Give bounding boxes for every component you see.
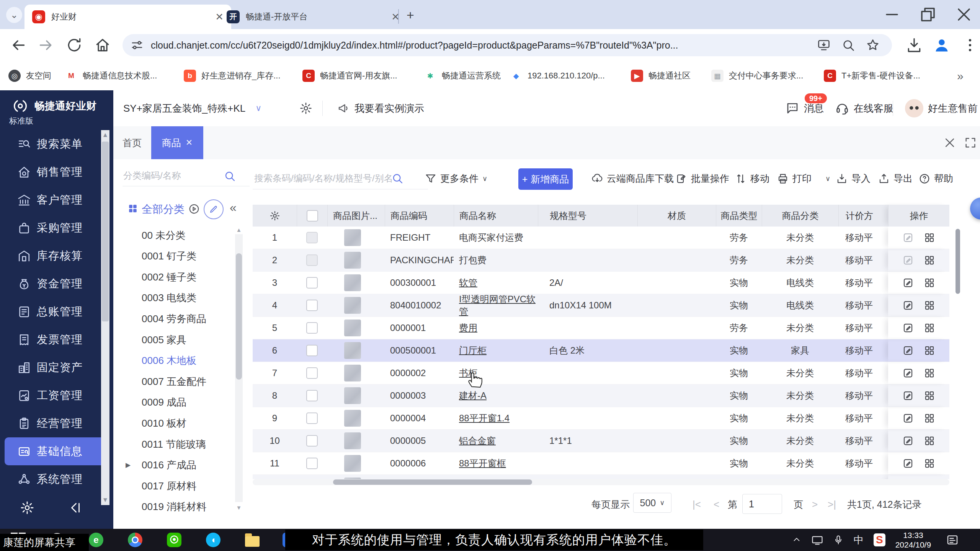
- col-code[interactable]: 商品编码: [385, 205, 454, 227]
- col-image[interactable]: 商品图片...: [327, 205, 385, 227]
- print-button[interactable]: 打印∨: [777, 172, 830, 185]
- table-row-1[interactable]: 1 FREIGHT 电商买家付运费 劳务 未分类 移动平: [253, 227, 949, 249]
- more-filters-button[interactable]: 更多条件∨: [425, 172, 487, 185]
- tray-display-icon[interactable]: [812, 534, 823, 546]
- close-all-tabs-icon[interactable]: [943, 136, 956, 149]
- window-restore-button[interactable]: [919, 5, 937, 24]
- taskbar-clock[interactable]: 13:33 2024/10/9: [895, 530, 931, 549]
- bookmark-item-4[interactable]: ✱ 畅捷通运营系统: [424, 68, 501, 83]
- row-checkbox[interactable]: [306, 254, 318, 266]
- table-vertical-scrollbar[interactable]: [956, 229, 960, 294]
- product-name-link[interactable]: 铝合金窗: [459, 435, 496, 447]
- ime-indicator[interactable]: 中: [854, 533, 864, 547]
- row-checkbox[interactable]: [306, 300, 318, 311]
- category-scroll-up-icon[interactable]: ▲: [235, 227, 243, 233]
- product-name-link[interactable]: 建材-A: [459, 390, 487, 402]
- col-pricing[interactable]: 计价方: [838, 205, 888, 227]
- more-grid-icon[interactable]: [924, 458, 935, 469]
- table-row-8[interactable]: 8 0000003 建材-A 实物 未分类 移动平: [253, 385, 949, 407]
- col-material[interactable]: 材质: [637, 205, 716, 227]
- row-checkbox[interactable]: [306, 232, 318, 243]
- help-button[interactable]: 帮助: [919, 172, 953, 185]
- table-row-10[interactable]: 10 0000005 铝合金窗 1*1*1 实物 未分类 移动平: [253, 430, 949, 452]
- product-name-link[interactable]: 费用: [459, 322, 477, 334]
- online-service-button[interactable]: 在线客服: [835, 90, 893, 126]
- category-item-7[interactable]: 0007 五金配件: [113, 371, 232, 392]
- col-name[interactable]: 商品名称: [454, 205, 538, 227]
- browser-tab-1[interactable]: ◉ 好业财 ✕: [24, 5, 231, 29]
- sidebar-item-10[interactable]: 经营管理: [0, 409, 113, 437]
- forward-icon[interactable]: [38, 37, 54, 54]
- edit-icon[interactable]: [902, 254, 914, 266]
- page-input[interactable]: [742, 494, 782, 514]
- sogou-icon[interactable]: S: [874, 533, 885, 546]
- sidebar-item-1[interactable]: 销售管理: [0, 158, 113, 186]
- sidebar-item-8[interactable]: 固定资产: [0, 354, 113, 381]
- category-item-0[interactable]: 00 未分类: [113, 225, 232, 246]
- expand-caret-icon[interactable]: ▶: [126, 461, 131, 469]
- row-checkbox[interactable]: [306, 322, 318, 334]
- new-tab-button[interactable]: +: [407, 8, 414, 23]
- more-grid-icon[interactable]: [924, 232, 935, 243]
- play-demo-icon[interactable]: [188, 203, 200, 215]
- category-scroll-down-icon[interactable]: ▼: [235, 504, 243, 511]
- tab-home[interactable]: 首页: [122, 126, 142, 159]
- sidebar-scroll-up-icon[interactable]: ▲: [101, 130, 109, 140]
- edit-icon[interactable]: [902, 367, 914, 379]
- product-name-link[interactable]: 软管: [459, 277, 477, 289]
- sidebar-item-3[interactable]: 采购管理: [0, 214, 113, 242]
- bookmarks-overflow-icon[interactable]: »: [957, 70, 964, 83]
- table-row-11[interactable]: 11 0000006 88平开窗框 实物 未分类 移动平: [253, 452, 949, 475]
- category-scrollbar[interactable]: [235, 234, 243, 502]
- profile-icon[interactable]: [933, 37, 950, 54]
- bookmark-item-7[interactable]: ▦ 交付中心事务要求...: [711, 68, 803, 83]
- sidebar-item-4[interactable]: 库存核算: [0, 242, 113, 270]
- bookmark-item-8[interactable]: C T+新零售-硬件设备...: [824, 68, 920, 83]
- chrome-icon[interactable]: [127, 532, 143, 548]
- sidebar-item-6[interactable]: 总账管理: [0, 298, 113, 326]
- more-grid-icon[interactable]: [924, 345, 935, 356]
- category-item-1[interactable]: 0001 钉子类: [113, 246, 232, 267]
- edit-icon[interactable]: [902, 412, 914, 424]
- table-row-3[interactable]: 3 000300001 软管 2A/ 实物 电线类 移动平: [253, 272, 949, 294]
- window-minimize-button[interactable]: [883, 5, 901, 24]
- product-name-link[interactable]: 88平开窗1.4: [459, 412, 510, 424]
- sidebar-item-12[interactable]: 系统管理: [0, 465, 113, 493]
- prev-page-icon[interactable]: <: [714, 493, 719, 516]
- collapse-sidebar-icon[interactable]: [68, 500, 83, 515]
- zoom-icon[interactable]: [841, 38, 855, 52]
- col-category[interactable]: 商品分类: [762, 205, 838, 227]
- sidebar-item-5[interactable]: 资金管理: [0, 270, 113, 298]
- add-product-button[interactable]: +新增商品: [518, 168, 573, 190]
- browser-menu-icon[interactable]: [962, 37, 978, 54]
- back-icon[interactable]: [10, 37, 27, 54]
- category-item-6[interactable]: 0006 木地板: [113, 350, 232, 371]
- more-grid-icon[interactable]: [924, 390, 935, 401]
- more-grid-icon[interactable]: [924, 435, 935, 447]
- category-item-12[interactable]: 0017 原材料: [113, 476, 232, 496]
- last-page-icon[interactable]: >|: [828, 493, 836, 516]
- edit-icon[interactable]: [902, 435, 914, 447]
- edit-icon[interactable]: [902, 232, 914, 243]
- batch-ops-button[interactable]: 批量操作: [676, 172, 729, 185]
- category-item-8[interactable]: 0009 成品: [113, 392, 232, 413]
- per-page-select[interactable]: 500∨: [633, 493, 671, 513]
- wechat-icon[interactable]: ⦿: [166, 532, 182, 548]
- bookmark-item-6[interactable]: ▶ 畅捷通社区: [631, 68, 691, 83]
- fullscreen-icon[interactable]: [964, 136, 977, 149]
- product-name-link[interactable]: 门厅柜: [459, 344, 487, 357]
- export-button[interactable]: 导出: [878, 172, 913, 185]
- edit-icon[interactable]: [902, 322, 914, 334]
- category-item-13[interactable]: 0019 消耗材料: [113, 497, 232, 517]
- demo-link[interactable]: 我要看实例演示: [338, 90, 424, 126]
- cast-icon[interactable]: [817, 38, 831, 52]
- row-checkbox[interactable]: [306, 367, 318, 379]
- bookmark-item-5[interactable]: ◆ 192.168.210.120/p...: [510, 68, 605, 83]
- sidebar-item-0[interactable]: 搜索菜单: [0, 130, 113, 158]
- home-icon[interactable]: [94, 37, 111, 54]
- url-bar[interactable]: cloud.chanjet.com/cc/u6t720seigd0/1dmjkl…: [122, 34, 892, 56]
- category-item-3[interactable]: 0003 电线类: [113, 288, 232, 308]
- browser-tab-2[interactable]: 开 畅捷通-开放平台 ✕: [219, 5, 407, 29]
- account-selector[interactable]: SY+家居五金装饰_特殊+KL ∨: [123, 90, 261, 126]
- site-info-icon[interactable]: [130, 38, 144, 52]
